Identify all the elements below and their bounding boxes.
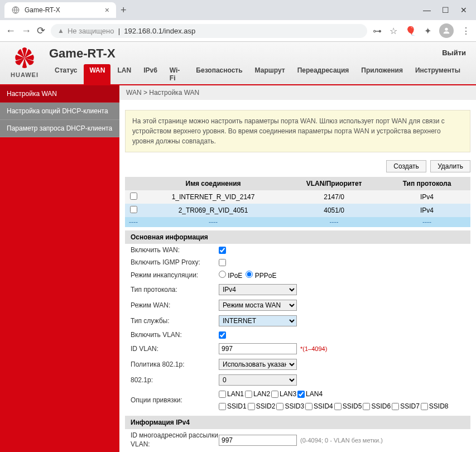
pppoe-radio[interactable] [246, 271, 253, 278]
row-checkbox[interactable] [130, 193, 137, 200]
nav-tab-lan[interactable]: LAN [112, 64, 137, 84]
bind-options: LAN1 LAN2 LAN3 LAN4 SSID1 SSID2 SSID3 SS… [219, 390, 465, 410]
close-window-icon[interactable]: ✕ [460, 6, 467, 15]
policy-select[interactable]: Использовать указанное [219, 359, 297, 370]
tab-title: Game-RT-X [25, 6, 100, 14]
minimize-icon[interactable]: — [423, 6, 431, 15]
back-button[interactable]: ← [6, 25, 16, 37]
section-basic: Основная информация [125, 230, 470, 244]
lan-option[interactable]: LAN1 [219, 390, 244, 398]
title-block: Game-RT-X СтатусWANLANIPv6Wi-FiБезопасно… [49, 46, 466, 84]
nav-tab-инструменты[interactable]: Инструменты [410, 64, 466, 84]
nav-tab-wan[interactable]: WAN [84, 64, 110, 84]
conn-table: Имя соединения VLAN/Приоритет Тип проток… [125, 177, 470, 227]
sidebar: Настройка WANНастройка опций DHCP-клиент… [0, 85, 119, 452]
ssid-option[interactable]: SSID3 [276, 402, 304, 410]
tab-bar: Game-RT-X × + — ☐ ✕ [0, 0, 476, 20]
lan-option[interactable]: LAN3 [271, 390, 296, 398]
content: Настройка WANНастройка опций DHCP-клиент… [0, 85, 476, 452]
browser-chrome: Game-RT-X × + — ☐ ✕ ← → ⟳ ▲ Не защищено … [0, 0, 476, 42]
huawei-logo-icon [10, 46, 39, 70]
8021p-select[interactable]: 0 [219, 374, 297, 386]
vlan-id-input[interactable] [219, 343, 297, 354]
main: WAN > Настройка WAN На этой странице мож… [119, 85, 476, 452]
address-bar: ← → ⟳ ▲ Не защищено | 192.168.0.1/index.… [0, 20, 476, 42]
sidebar-item[interactable]: Параметр запроса DHCP-клиента [0, 120, 119, 137]
brand-text: HUAWEI [10, 71, 39, 78]
ssid-option[interactable]: SSID2 [248, 402, 276, 410]
page-title: Game-RT-X [49, 46, 466, 61]
browser-tab[interactable]: Game-RT-X × [4, 2, 116, 18]
reload-button[interactable]: ⟳ [37, 25, 45, 37]
table-row[interactable]: 1_INTERNET_R_VID_2147 2147/0 IPv4 [125, 190, 470, 204]
ssid-option[interactable]: SSID8 [421, 402, 449, 410]
ssid-option[interactable]: SSID5 [334, 402, 362, 410]
sidebar-item[interactable]: Настройка опций DHCP-клиента [0, 103, 119, 120]
star-icon[interactable]: ☆ [390, 26, 397, 36]
url-input[interactable]: ▲ Не защищено | 192.168.0.1/index.asp [51, 24, 367, 38]
row-checkbox[interactable] [130, 206, 137, 213]
header: HUAWEI Game-RT-X СтатусWANLANIPv6Wi-FiБе… [0, 42, 476, 85]
ssid-option[interactable]: SSID4 [305, 402, 333, 410]
section-ipv4: Информация IPv4 [125, 416, 470, 429]
th-name: Имя соединения [142, 177, 285, 190]
table-row[interactable]: 2_TR069_R_VID_4051 4051/0 IPv4 [125, 204, 470, 217]
breadcrumb: WAN > Настройка WAN [119, 85, 476, 100]
ipoe-radio[interactable] [219, 271, 226, 278]
th-vlan: VLAN/Приоритет [285, 177, 383, 190]
create-button[interactable]: Создать [386, 160, 426, 172]
th-proto: Тип протокола [383, 177, 470, 190]
sidebar-item[interactable]: Настройка WAN [0, 85, 119, 103]
delete-button[interactable]: Удалить [430, 160, 470, 172]
nav-tab-безопасность[interactable]: Безопасность [190, 64, 248, 84]
lan-option[interactable]: LAN2 [245, 390, 270, 398]
maximize-icon[interactable]: ☐ [442, 6, 449, 15]
enable-vlan-checkbox[interactable] [219, 331, 226, 339]
lan-option[interactable]: LAN4 [297, 390, 323, 398]
globe-icon [11, 6, 20, 15]
close-icon[interactable]: × [105, 6, 109, 15]
proto-select[interactable]: IPv4 [219, 284, 297, 295]
svg-point-1 [445, 28, 448, 31]
ssid-option[interactable]: SSID1 [219, 402, 247, 410]
igmp-checkbox[interactable] [219, 259, 226, 266]
ssid-option[interactable]: SSID7 [392, 402, 420, 410]
toolbar: Создать Удалить [119, 158, 476, 175]
forward-button[interactable]: → [21, 25, 31, 37]
balloon-icon[interactable]: 🎈 [405, 26, 416, 36]
ssid-option[interactable]: SSID6 [363, 402, 391, 410]
nav-tab-статус[interactable]: Статус [49, 64, 83, 84]
nav-tab-ipv6[interactable]: IPv6 [138, 64, 163, 84]
logo: HUAWEI [10, 46, 39, 78]
browser-right-icons: ⊶ ☆ 🎈 ✦ ⋮ [373, 23, 470, 38]
wan-mode-select[interactable]: Режим моста WAN [219, 300, 297, 311]
profile-icon[interactable] [439, 23, 454, 38]
enable-wan-checkbox[interactable] [219, 247, 226, 254]
info-box: На этой странице можно настроить парамет… [125, 110, 470, 152]
router-page: HUAWEI Game-RT-X СтатусWANLANIPv6Wi-FiБе… [0, 42, 476, 452]
nav-tab-переадресация[interactable]: Переадресация [292, 64, 355, 84]
url-text: Не защищено | 192.168.0.1/index.asp [68, 27, 195, 35]
extensions-icon[interactable]: ✦ [424, 26, 431, 36]
main-nav: СтатусWANLANIPv6Wi-FiБезопасностьМаршрут… [49, 64, 466, 84]
service-select[interactable]: INTERNET [219, 315, 297, 326]
menu-icon[interactable]: ⋮ [461, 26, 470, 36]
new-tab-button[interactable]: + [121, 4, 127, 16]
key-icon[interactable]: ⊶ [373, 26, 382, 36]
warning-icon: ▲ [57, 27, 64, 35]
multicast-vlan-input[interactable] [219, 435, 297, 446]
nav-tab-приложения[interactable]: Приложения [355, 64, 408, 84]
window-controls: — ☐ ✕ [423, 6, 472, 15]
logout-link[interactable]: Выйти [442, 49, 466, 57]
nav-tab-wi-fi[interactable]: Wi-Fi [164, 64, 190, 84]
nav-tab-маршрут[interactable]: Маршрут [249, 64, 291, 84]
